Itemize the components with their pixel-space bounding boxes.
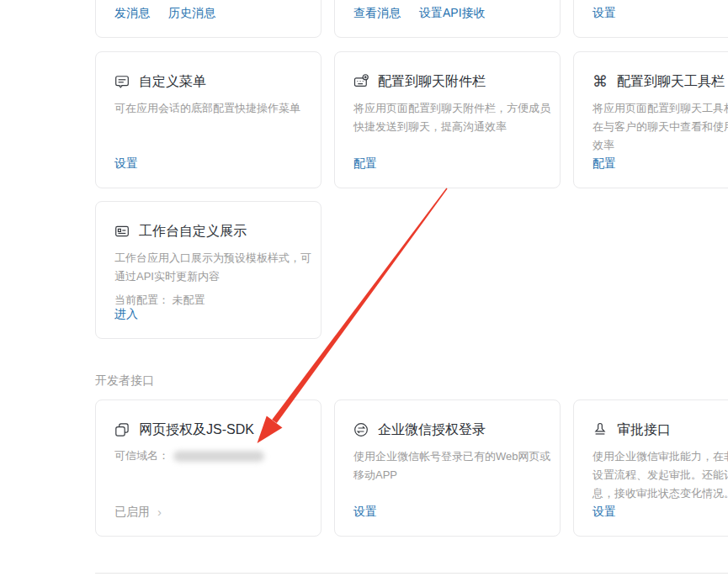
enabled-status-link[interactable]: 已启用 › — [114, 505, 162, 519]
stamp-icon — [592, 422, 608, 437]
page-footer-divider — [95, 573, 728, 574]
card-description: 工作台应用入口展示为预设模板样式，可 通过API实时更新内容 — [114, 249, 314, 286]
settings-link[interactable]: 设置 — [592, 6, 616, 20]
login-circle-icon — [353, 422, 369, 437]
enabled-status-text: 已启用 — [114, 505, 150, 519]
card-custom-menu: 自定义菜单 可在应用会话的底部配置快捷操作菜单 设置 — [95, 51, 321, 188]
copy-pages-icon — [114, 422, 130, 437]
custom-menu-setup-link[interactable]: 设置 — [114, 156, 138, 171]
card-title-text: 配置到聊天工具栏 — [617, 73, 725, 90]
card-chat-toolbar: ⌘ 配置到聊天工具栏 将应用页面配置到聊天工具栏， 在与客户的聊天中查看和使用，… — [573, 51, 728, 188]
card-send-message: 发消息 历史消息 — [95, 0, 321, 38]
redacted-trusted-domain — [173, 451, 264, 462]
card-description: 可在应用会话的底部配置快捷操作菜单 — [114, 99, 314, 118]
card-description: 使用企业微信审批能力，在非 设置流程、发起审批。还能订 息，接收审批状态变化情况… — [592, 447, 728, 503]
developer-api-section-label: 开发者接口 — [95, 373, 154, 387]
send-message-link[interactable]: 发消息 — [114, 6, 150, 20]
set-api-receive-link[interactable]: 设置API接收 — [419, 6, 486, 20]
card-title-text: 网页授权及JS-SDK — [139, 421, 254, 438]
approval-api-setup-link[interactable]: 设置 — [592, 505, 616, 519]
card-title-text: 企业微信授权登录 — [378, 421, 486, 438]
attachment-bar-config-link[interactable]: 配置 — [353, 156, 377, 171]
workbench-enter-link[interactable]: 进入 — [114, 307, 138, 321]
card-title-text: 审批接口 — [617, 421, 671, 438]
card-description: 将应用页面配置到聊天附件栏，方便成员 快捷发送到聊天，提高沟通效率 — [353, 99, 553, 136]
card-chat-attachment-bar: 配置到聊天附件栏 将应用页面配置到聊天附件栏，方便成员 快捷发送到聊天，提高沟通… — [334, 51, 561, 188]
card-description: 将应用页面配置到聊天工具栏， 在与客户的聊天中查看和使用， 效率 — [592, 99, 728, 155]
card-approval-api: 审批接口 使用企业微信审批能力，在非 设置流程、发起审批。还能订 息，接收审批状… — [573, 399, 728, 537]
card-top-right: 设置 — [573, 0, 728, 38]
command-icon: ⌘ — [592, 74, 608, 89]
card-title-text: 自定义菜单 — [139, 73, 206, 90]
wecom-login-setup-link[interactable]: 设置 — [353, 505, 377, 519]
view-message-link[interactable]: 查看消息 — [353, 6, 401, 20]
attachment-bar-plus-icon — [353, 74, 369, 89]
trusted-domain-label: 可信域名： — [114, 448, 169, 463]
card-title-text: 配置到聊天附件栏 — [378, 73, 486, 90]
chat-menu-icon — [114, 74, 130, 89]
card-web-auth-jssdk: 网页授权及JS-SDK 可信域名： 已启用 › — [95, 399, 321, 537]
app-settings-page: 发消息 历史消息 查看消息 设置API接收 设置 自定义菜单 可在 — [0, 0, 728, 582]
card-receive-message: 查看消息 设置API接收 — [334, 0, 561, 38]
message-history-link[interactable]: 历史消息 — [168, 6, 215, 20]
chevron-right-icon: › — [157, 506, 162, 518]
chat-toolbar-config-link[interactable]: 配置 — [592, 156, 616, 171]
card-wecom-auth-login: 企业微信授权登录 使用企业微信帐号登录已有的Web网页或 移动APP 设置 — [334, 399, 561, 537]
current-config-status: 当前配置： 未配置 — [114, 291, 314, 310]
card-workbench-display: 工作台自定义展示 工作台应用入口展示为预设模板样式，可 通过API实时更新内容 … — [95, 201, 321, 339]
workbench-card-icon — [114, 224, 130, 239]
card-description: 使用企业微信帐号登录已有的Web网页或 移动APP — [353, 447, 553, 484]
card-title-text: 工作台自定义展示 — [139, 223, 247, 240]
